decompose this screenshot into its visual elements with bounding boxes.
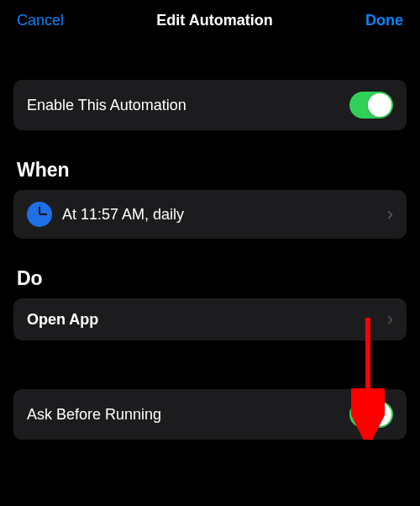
when-heading: When [17, 159, 407, 182]
when-schedule-row[interactable]: At 11:57 AM, daily › [13, 190, 407, 239]
do-action-label: Open App [27, 311, 98, 329]
done-button[interactable]: Done [365, 12, 403, 29]
do-action-row[interactable]: Open App › [13, 298, 407, 340]
ask-before-running-label: Ask Before Running [27, 406, 161, 424]
enable-automation-row: Enable This Automation [13, 80, 407, 130]
chevron-right-icon: › [387, 205, 393, 224]
ask-before-running-toggle[interactable] [349, 401, 393, 428]
enable-automation-toggle[interactable] [349, 92, 393, 119]
toggle-knob [368, 403, 391, 426]
page-title: Edit Automation [156, 12, 272, 29]
when-schedule-label: At 11:57 AM, daily [62, 206, 184, 224]
nav-header: Cancel Edit Automation Done [0, 0, 420, 41]
chevron-right-icon: › [387, 310, 393, 329]
clock-icon [27, 202, 52, 227]
enable-automation-label: Enable This Automation [27, 97, 186, 114]
toggle-knob [368, 93, 391, 117]
ask-before-running-row: Ask Before Running [13, 389, 407, 440]
do-heading: Do [17, 267, 407, 290]
cancel-button[interactable]: Cancel [17, 12, 64, 29]
